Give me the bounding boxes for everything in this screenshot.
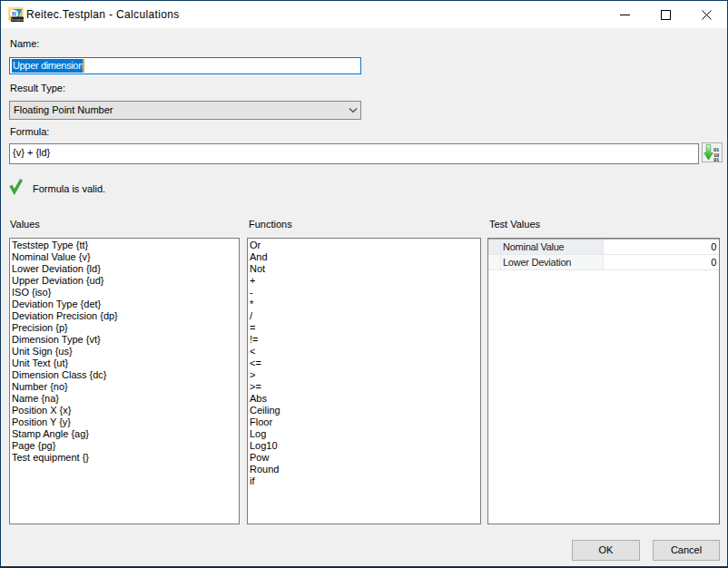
svg-text:Testplan: Testplan <box>11 17 24 22</box>
svg-text:01: 01 <box>713 157 720 162</box>
